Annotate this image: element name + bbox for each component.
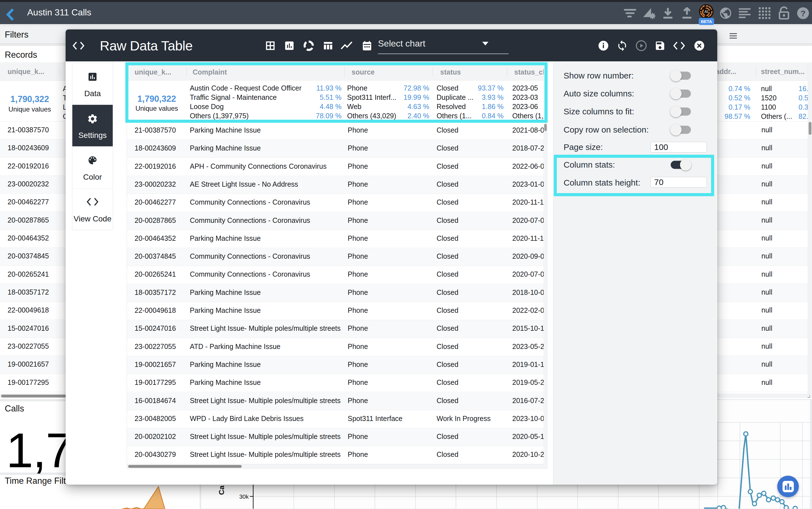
svg-text:30k: 30k xyxy=(239,493,249,500)
svg-text:Ca: Ca xyxy=(217,485,226,495)
svg-text:?: ? xyxy=(801,8,806,18)
svg-text:AI: AI xyxy=(704,9,708,14)
